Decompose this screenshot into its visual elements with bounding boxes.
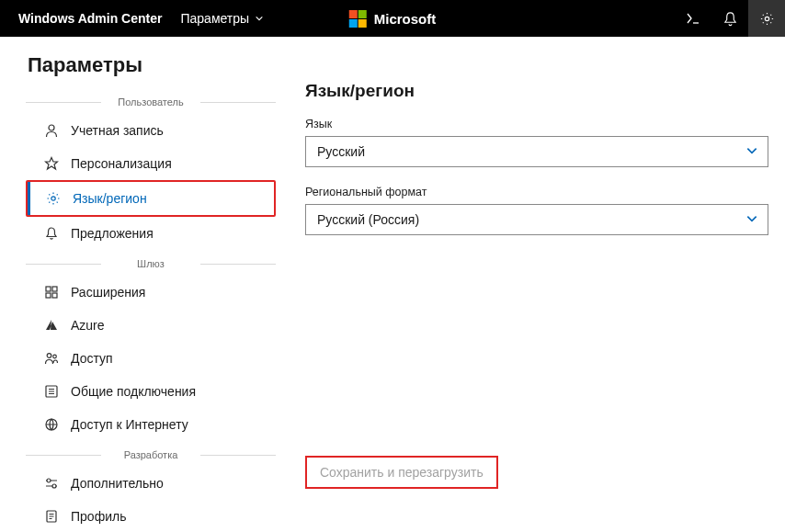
svg-point-2 [51, 197, 55, 200]
bell-icon [43, 225, 60, 242]
svg-rect-6 [52, 293, 57, 298]
highlight-language-region: Язык/регион [26, 180, 276, 217]
chevron-down-icon [745, 212, 758, 228]
sidebar-item-profile[interactable]: Профиль [26, 500, 276, 532]
sidebar-item-account[interactable]: Учетная запись [26, 114, 276, 147]
breadcrumb[interactable]: Параметры [180, 11, 264, 26]
svg-rect-5 [46, 293, 51, 298]
sidebar-item-label: Расширения [71, 285, 145, 300]
sidebar-item-label: Доступ к Интернету [71, 417, 188, 432]
sidebar-item-shared-connections[interactable]: Общие подключения [26, 375, 276, 408]
microsoft-logo-text: Microsoft [374, 11, 437, 27]
sidebar-item-label: Дополнительно [71, 476, 164, 491]
people-icon [43, 350, 60, 367]
svg-point-7 [47, 354, 51, 358]
sidebar-item-access[interactable]: Доступ [26, 342, 276, 375]
save-reload-button[interactable]: Сохранить и перезагрузить [305, 456, 498, 489]
sidebar-item-internet[interactable]: Доступ к Интернету [26, 408, 276, 441]
sidebar-item-extensions[interactable]: Расширения [26, 276, 276, 309]
gear-icon [45, 190, 62, 207]
settings-sidebar: Параметры Пользователь Учетная запись Пе… [26, 53, 276, 532]
svg-point-8 [53, 355, 57, 358]
save-button-label: Сохранить и перезагрузить [320, 465, 484, 480]
sidebar-item-label: Персонализация [71, 156, 172, 171]
list-icon [43, 383, 60, 400]
sidebar-item-label: Профиль [71, 509, 126, 524]
section-user: Пользователь [26, 94, 276, 110]
region-field-label: Региональный формат [305, 186, 768, 198]
region-select-value: Русский (Россия) [317, 212, 419, 227]
svg-rect-3 [46, 287, 51, 291]
settings-button[interactable] [748, 0, 785, 37]
sidebar-item-label: Общие подключения [71, 384, 196, 399]
sidebar-item-personalization[interactable]: Персонализация [26, 147, 276, 180]
grid-icon [43, 284, 60, 300]
sidebar-item-suggestions[interactable]: Предложения [26, 217, 276, 250]
sidebar-item-label: Язык/регион [73, 191, 147, 206]
chevron-down-icon [745, 144, 758, 160]
main-title: Язык/регион [305, 81, 768, 101]
svg-point-0 [765, 17, 768, 20]
svg-point-11 [47, 479, 51, 482]
language-field-label: Язык [305, 118, 768, 130]
svg-rect-4 [52, 287, 57, 291]
notifications-button[interactable] [711, 0, 748, 37]
header-actions [675, 0, 785, 37]
svg-point-1 [49, 125, 54, 130]
sidebar-item-label: Предложения [71, 226, 154, 241]
chevron-down-icon [255, 14, 264, 23]
microsoft-logo: Microsoft [349, 10, 437, 28]
sidebar-item-label: Azure [71, 318, 105, 333]
document-icon [43, 508, 60, 525]
main-panel: Язык/регион Язык Русский Региональный фо… [276, 53, 768, 532]
star-icon [43, 155, 60, 172]
sidebar-item-language[interactable]: Язык/регион [28, 182, 274, 215]
globe-icon [43, 416, 60, 433]
section-gateway: Шлюз [26, 255, 276, 272]
sidebar-item-azure[interactable]: Azure [26, 309, 276, 342]
app-header: Windows Admin Center Параметры Microsoft [0, 0, 785, 37]
region-select[interactable]: Русский (Россия) [305, 204, 768, 235]
sidebar-item-label: Учетная запись [71, 123, 164, 138]
tools-icon [43, 475, 60, 492]
cloud-shell-button[interactable] [675, 0, 711, 37]
language-select-value: Русский [317, 144, 365, 159]
breadcrumb-label: Параметры [180, 11, 249, 26]
azure-icon [43, 317, 60, 334]
language-select[interactable]: Русский [305, 136, 768, 167]
sidebar-item-label: Доступ [71, 351, 113, 366]
sidebar-item-advanced[interactable]: Дополнительно [26, 467, 276, 500]
page-title: Параметры [26, 53, 276, 77]
app-brand: Windows Admin Center [18, 11, 162, 26]
microsoft-logo-icon [349, 10, 367, 28]
svg-point-12 [52, 484, 56, 488]
person-icon [43, 122, 60, 139]
section-dev: Разработка [26, 447, 276, 463]
